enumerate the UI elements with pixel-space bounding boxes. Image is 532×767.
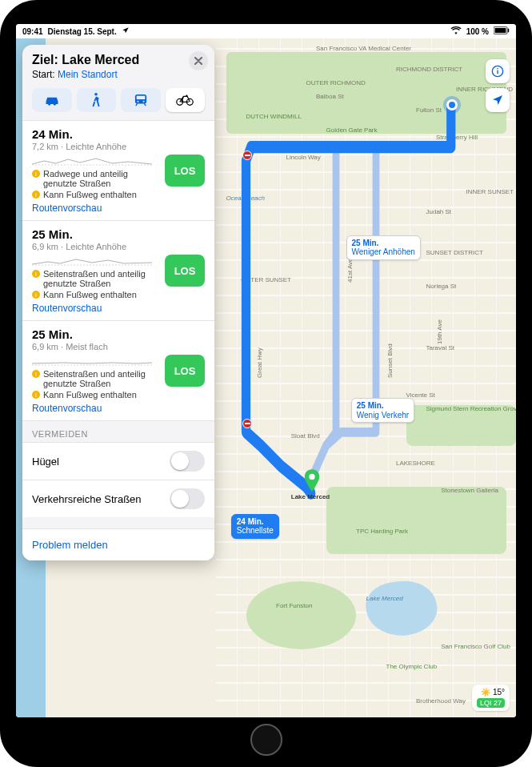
mode-transit-button[interactable] [121,88,161,112]
route-badge-alt2[interactable]: 25 Min. Wenig Verkehr [351,398,414,423]
route-option[interactable]: 25 Min. 6,9 km · Leichte Anhöhe iSeitens… [22,220,214,320]
svg-point-11 [142,101,144,102]
svg-point-10 [137,101,138,102]
status-battery-text: 100 % [466,27,489,36]
card-title: Ziel: Lake Merced [32,53,205,67]
svg-point-3 [310,474,315,480]
elevation-profile [32,255,158,266]
avoid-busy-label: Verkehrsreiche Straßen [32,493,142,505]
mode-drive-button[interactable] [32,88,72,112]
go-button[interactable]: LOS [165,355,205,387]
route-option[interactable]: 24 Min. 7,2 km · Leichte Anhöhe iRadwege… [22,120,214,220]
map-locate-button[interactable] [486,88,510,112]
route-note: iSeitenstraßen und anteilig genutzte Str… [32,269,158,288]
status-date: Dienstag 15. Sept. [48,27,117,36]
route-badge-primary[interactable]: 24 Min. Schnellste [231,514,279,539]
avoid-hills-toggle[interactable] [170,451,205,472]
route-preview-link[interactable]: Routenvorschau [32,203,102,214]
destination-pin[interactable] [303,469,314,480]
info-dot-icon: i [32,191,40,199]
route-badge-alt1[interactable]: 25 Min. Weniger Anhöhen [346,235,421,260]
avoid-busy-toggle[interactable] [170,488,205,509]
avoid-hills-row: Hügel [22,442,214,480]
route-time: 25 Min. [32,327,158,341]
route-meta: 6,9 km · Leichte Anhöhe [32,242,158,251]
avoid-busy-row: Verkehrsreiche Straßen [22,480,214,517]
report-problem-link[interactable]: Problem melden [22,528,214,560]
battery-icon [494,26,510,36]
elevation-profile [32,155,158,166]
map-info-button[interactable] [486,59,510,83]
svg-rect-6 [497,68,498,69]
info-dot-icon: i [32,370,40,378]
start-pin[interactable] [446,99,458,110]
weather-aqi: LQI 27 [477,698,505,708]
weather-chip[interactable]: ☀️ 15° LQI 27 [472,685,510,711]
route-preview-link[interactable]: Routenvorschau [32,403,102,414]
route-note: iRadwege und anteilig genutzte Straßen [32,169,158,188]
svg-rect-5 [497,70,498,74]
location-services-icon [122,26,130,36]
start-location-link[interactable]: Mein Standort [58,69,118,80]
info-dot-icon: i [32,170,40,178]
route-meta: 7,2 km · Leichte Anhöhe [32,142,158,151]
close-button[interactable] [189,51,208,70]
go-button[interactable]: LOS [165,255,205,287]
directions-card: Ziel: Lake Merced Start: Mein Standort [22,45,214,560]
card-subtitle: Start: Mein Standort [32,69,205,80]
route-option[interactable]: 25 Min. 6,9 km · Meist flach iSeitenstra… [22,320,214,420]
info-dot-icon: i [32,391,40,399]
route-note: iSeitenstraßen und anteilig genutzte Str… [32,369,158,388]
route-note: iKann Fußweg enthalten [32,390,158,400]
status-time: 09:41 [22,27,43,36]
info-dot-icon: i [32,291,40,299]
route-time: 24 Min. [32,127,158,141]
status-bar: 09:41 Dienstag 15. Sept. 100 % [16,24,516,38]
no-entry-icon [242,151,252,160]
avoid-header: VERMEIDEN [22,421,214,442]
route-note: iKann Fußweg enthalten [32,190,158,199]
mode-bike-button[interactable] [166,88,206,112]
avoid-hills-label: Hügel [32,456,59,468]
route-preview-link[interactable]: Routenvorschau [32,303,102,314]
svg-point-14 [186,94,188,96]
svg-rect-2 [508,29,510,33]
weather-temp: 15° [493,688,505,697]
elevation-profile [32,355,158,366]
go-button[interactable]: LOS [165,155,205,187]
svg-rect-9 [136,96,145,99]
route-meta: 6,9 km · Meist flach [32,342,158,351]
route-note: iKann Fußweg enthalten [32,290,158,299]
route-time: 25 Min. [32,227,158,241]
svg-point-7 [94,93,98,96]
transport-mode-segment [22,83,214,120]
info-dot-icon: i [32,270,40,278]
wifi-icon [450,26,462,36]
mode-walk-button[interactable] [77,88,117,112]
svg-rect-1 [495,28,506,33]
dest-label: Lake Merced [291,493,330,500]
no-entry-icon [242,419,252,428]
home-button[interactable] [250,724,282,756]
